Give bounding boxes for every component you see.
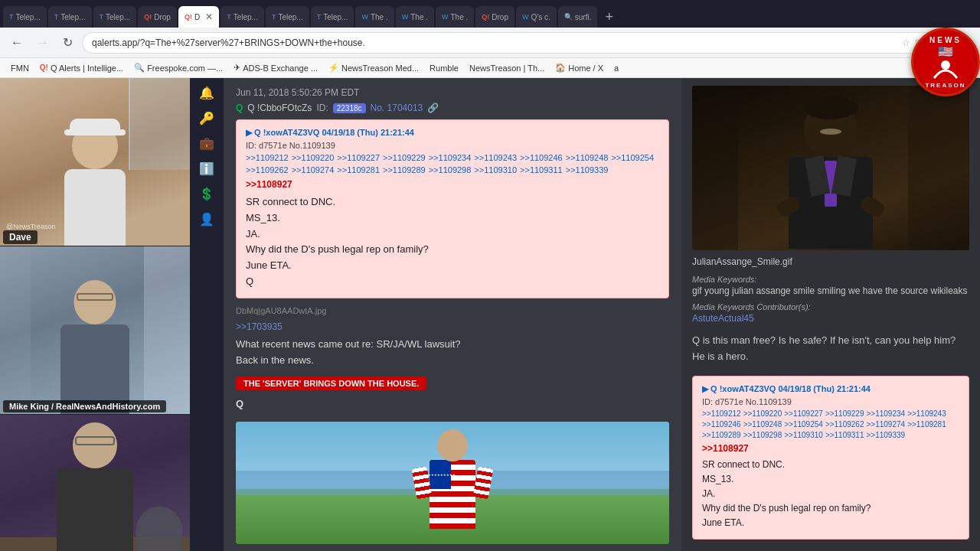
browser-tab[interactable]: Q!Drop (475, 6, 514, 28)
participant-name-dave: Dave (3, 230, 38, 244)
participant-dave: Dave @NewsTreason (0, 78, 190, 246)
key-icon[interactable]: 🔑 (199, 111, 214, 126)
right-inner-post-card: ▶ Q !xowAT4Z3VQ 04/19/18 (Thu) 21:21:44 … (692, 376, 969, 540)
post-q-prefix: Q (236, 103, 243, 113)
bookmark-freespoke[interactable]: 🔍 Freespoke.com —... (129, 61, 227, 74)
browser-tabs-bar: TTelep... TTelep... TTelep... Q!Drop Q!D… (0, 0, 980, 28)
logo-flag: 🇺🇸 (938, 44, 953, 59)
inner-post-body: SR connect to DNC. MS_13. JA. Why did th… (246, 194, 659, 290)
bookmark-rumble[interactable]: Rumble (425, 62, 463, 74)
bookmark-adsb[interactable]: ✈ ADS-B Exchange ... (229, 61, 322, 74)
participant-name-mike: Mike King / RealNewsAndHistory.com (3, 400, 166, 412)
inner-post-card: ▶ Q !xowAT4Z3VQ 04/19/18 (Thu) 21:21:44 … (236, 119, 669, 298)
dollar-icon[interactable]: 💲 (199, 187, 214, 201)
news-treason-logo-header: NEWS 🇺🇸 TREASON (911, 28, 980, 96)
back-button[interactable]: ← (6, 33, 28, 53)
qalerts-feed: Jun 11, 2018 5:50:26 PM EDT Q Q !CbboFOt… (224, 78, 681, 551)
browser-tab[interactable]: Q!Drop (138, 6, 177, 28)
browser-tab[interactable]: TTelep... (48, 6, 92, 28)
inner-post-header: ▶ Q !xowAT4Z3VQ 04/19/18 (Thu) 21:21:44 (246, 128, 659, 138)
briefcase-icon[interactable]: 💼 (199, 136, 214, 151)
participant-mark: Mark (0, 415, 190, 551)
main-area: Dave @NewsTreason Mike Kin (0, 78, 980, 551)
post-main-text: What recent news came out re: SR/JA/WL l… (236, 337, 669, 369)
right-question-text: Q is this man free? Is he safe? If he is… (692, 333, 969, 365)
post-author-name: Q !CbboFOtcZs (247, 103, 312, 113)
logo-bottom-text: TREASON (925, 82, 965, 89)
logo-top-text: NEWS (929, 36, 962, 44)
inner-post-links[interactable]: >>1109212 >>1109220 >>1109227 >>1109229 … (246, 153, 659, 174)
right-inner-post-id: ID: d7571e No.1109139 (702, 397, 959, 406)
address-url: qalerts.app/?q=The+%27server%27+BRINGS+D… (92, 37, 897, 48)
post-reply-ref[interactable]: >>1703935 (236, 321, 669, 332)
browser-tab[interactable]: WThe . (355, 6, 394, 28)
participant-mike: Mike King / RealNewsAndHistory.com (0, 246, 190, 415)
browser-tab[interactable]: 🔍surfi. (558, 6, 598, 28)
browser-tab[interactable]: WQ's c. (516, 6, 557, 28)
right-inner-post-links[interactable]: >>1109212 >>1109220 >>1109227 >>1109229 … (702, 409, 959, 439)
bookmark-qalerts[interactable]: Q! Q Alerts | Intellige... (35, 62, 128, 74)
forward-button[interactable]: → (32, 33, 54, 53)
new-tab-button[interactable]: + (599, 6, 619, 28)
bookmark-newstreason-med[interactable]: ⚡ NewsTreason Med... (324, 61, 423, 74)
bookmark-a[interactable]: a (609, 62, 623, 74)
right-inner-post-body: SR connect to DNC. MS_13. JA. Why did th… (702, 458, 959, 531)
red-tag-label: THE 'SERVER' BRINGS DOWN THE HOUSE. (236, 377, 426, 390)
right-inner-post-header: ▶ Q !xowAT4Z3VQ 04/19/18 (Thu) 21:21:44 (702, 384, 959, 394)
bottom-photo: ★★★★★★★★★★ (236, 422, 669, 544)
browser-toolbar: ← → ↻ qalerts.app/?q=The+%27server%27+BR… (0, 28, 980, 58)
image-filename: JulianAssange_Smile.gif (692, 256, 969, 267)
browser-tab[interactable]: TTelep... (220, 6, 264, 28)
browser-tab[interactable]: TTelep... (3, 6, 47, 28)
bell-icon[interactable]: 🔔 (199, 86, 214, 100)
post-number-text: No. 1704013 (371, 103, 423, 113)
post-id-label: ID: (316, 103, 328, 113)
bookmark-fmn[interactable]: FMN (6, 62, 34, 74)
browser-tab[interactable]: TTelep... (311, 6, 354, 28)
inner-post-id: ID: d7571e No.1109139 (246, 141, 659, 150)
media-contributor-value: AstuteActual45 (692, 313, 969, 324)
q-signature: Q (236, 398, 669, 409)
bookmarks-bar: FMN Q! Q Alerts | Intellige... 🔍 Freespo… (0, 58, 980, 78)
svg-point-0 (941, 60, 950, 70)
bookmark-home-x[interactable]: 🏠 Home / X (550, 61, 608, 74)
inner-post-red-link[interactable]: >>1108927 (246, 179, 659, 190)
post-filename: DbMq|gAU8AADwtA.jpg (236, 306, 669, 315)
browser-tab-active[interactable]: Q!D ✕ (178, 6, 219, 28)
right-inner-post-red-link[interactable]: >>1108927 (702, 443, 959, 454)
bookmark-star-icon[interactable]: ☆ (902, 37, 910, 48)
media-keywords-value: gif young julian assange smile smiling w… (692, 285, 969, 296)
add-person-icon[interactable]: 👤 (199, 212, 214, 227)
qalerts-detail-panel: JulianAssange_Smile.gif Media Keywords: … (681, 78, 980, 551)
media-keywords-label: Media Keywords: (692, 275, 756, 284)
post-id-badge: 22318c (333, 103, 366, 113)
browser-tab[interactable]: TTelep... (93, 6, 137, 28)
media-contributor-label: Media Keywords Contributor(s): (692, 302, 811, 311)
browser-tab[interactable]: WThe . (396, 6, 434, 28)
video-participants-panel: Dave @NewsTreason Mike Kin (0, 78, 190, 551)
bookmark-newstreason-th[interactable]: NewsTreason | Th... (465, 62, 549, 74)
participant-handle-dave: @NewsTreason (3, 223, 58, 230)
tab-close-button[interactable]: ✕ (205, 11, 213, 22)
link-icon: 🔗 (427, 103, 439, 113)
reload-button[interactable]: ↻ (58, 32, 77, 53)
assange-image-container (692, 86, 969, 250)
post-timestamp: Jun 11, 2018 5:50:26 PM EDT (236, 87, 669, 98)
address-bar[interactable]: qalerts.app/?q=The+%27server%27+BRINGS+D… (82, 32, 947, 54)
info-icon[interactable]: ℹ️ (199, 161, 214, 176)
browser-tab[interactable]: WThe . (436, 6, 474, 28)
post-author-line: Q Q !CbboFOtcZs ID: 22318c No. 1704013 🔗 (236, 103, 669, 113)
browser-tab[interactable]: TTelep... (266, 6, 309, 28)
chat-nav-sidebar: 🔔 🔑 💼 ℹ️ 💲 👤 (190, 78, 224, 551)
